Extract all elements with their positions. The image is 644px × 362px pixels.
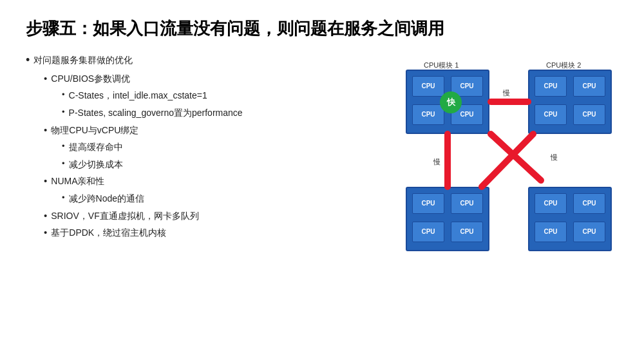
bullet-l3-5: • 减少跨Node的通信 (26, 190, 393, 207)
connector-svg: 慢 慢 慢 (393, 52, 631, 296)
bullet-l2-1: • CPU/BIOS参数调优 (26, 70, 393, 88)
bullet-dot: • (44, 173, 47, 189)
bullet-dot: • (62, 104, 65, 119)
bullet-l2-3: • NUMA亲和性 (26, 173, 393, 190)
svg-text:慢: 慢 (550, 153, 558, 161)
bullet-l1-1: • 对问题服务集群做的优化 (26, 52, 393, 69)
bullet-text: 基于DPDK，绕过宿主机内核 (51, 224, 166, 242)
left-panel: • 对问题服务集群做的优化 • CPU/BIOS参数调优 • C-States，… (26, 52, 393, 322)
bullet-text: 减少跨Node的通信 (69, 190, 144, 207)
bullet-l3-3: • 提高缓存命中 (26, 138, 393, 156)
bullet-dot: • (44, 122, 47, 138)
bullet-text: 减少切换成本 (69, 156, 123, 173)
cpu-diagram: CPU模块 1 CPU模块 2 CPU模块 3 CPU模块 4 CPU CPU … (393, 52, 631, 296)
bullet-dot: • (44, 224, 47, 241)
bullet-text: 物理CPU与vCPU绑定 (51, 122, 138, 139)
bullet-text: P-States, scaling_governo置为performance (69, 104, 243, 122)
bullet-l3-1: • C-States，intel_idle.max_cstate=1 (26, 87, 393, 104)
bullet-l2-2: • 物理CPU与vCPU绑定 (26, 122, 393, 139)
bullet-l2-5: • 基于DPDK，绕过宿主机内核 (26, 224, 393, 242)
bullet-dot: • (62, 156, 65, 171)
bullet-dot: • (26, 52, 30, 69)
svg-line-2 (482, 134, 533, 187)
slide-title: 步骤五：如果入口流量没有问题，则问题在服务之间调用 (26, 18, 618, 40)
right-panel: CPU模块 1 CPU模块 2 CPU模块 3 CPU模块 4 CPU CPU … (393, 52, 618, 322)
bullet-text: CPU/BIOS参数调优 (51, 70, 130, 88)
svg-text:慢: 慢 (502, 89, 510, 97)
bullet-l3-2: • P-States, scaling_governo置为performance (26, 104, 393, 122)
content-area: • 对问题服务集群做的优化 • CPU/BIOS参数调优 • C-States，… (26, 52, 618, 322)
bullet-dot: • (44, 70, 47, 87)
bullet-dot: • (62, 190, 65, 205)
bullet-dot: • (62, 87, 65, 102)
bullet-text: SRIOV，VF直通虚拟机，网卡多队列 (51, 207, 198, 225)
bullet-dot: • (44, 207, 47, 224)
svg-text:慢: 慢 (433, 158, 440, 166)
center-label: 快 (447, 97, 455, 108)
bullet-text: NUMA亲和性 (51, 173, 104, 190)
bullet-text: 对问题服务集群做的优化 (33, 52, 133, 69)
bullet-text: 提高缓存命中 (69, 138, 123, 156)
slide: 步骤五：如果入口流量没有问题，则问题在服务之间调用 • 对问题服务集群做的优化 … (0, 0, 644, 362)
bullet-text: C-States，intel_idle.max_cstate=1 (69, 87, 207, 104)
center-circle: 快 (440, 91, 462, 113)
bullet-l3-4: • 减少切换成本 (26, 156, 393, 173)
bullet-l2-4: • SRIOV，VF直通虚拟机，网卡多队列 (26, 207, 393, 225)
bullet-dot: • (62, 138, 65, 153)
